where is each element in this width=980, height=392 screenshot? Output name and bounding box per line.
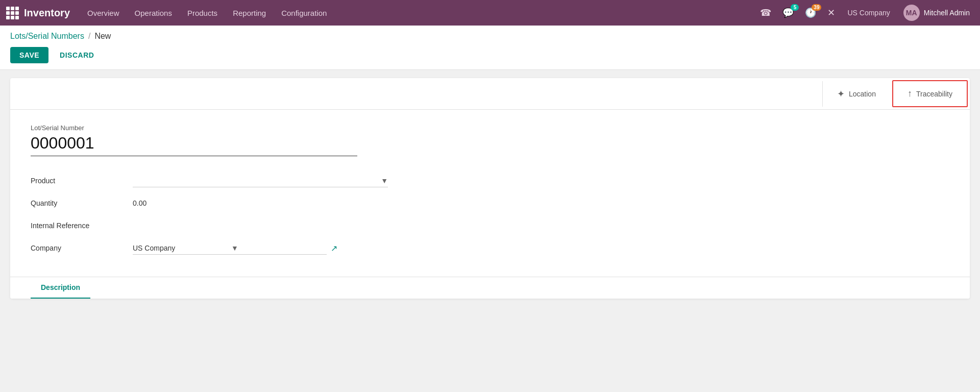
quantity-value[interactable]: 0.00 <box>133 197 146 209</box>
tab-description[interactable]: Description <box>31 277 90 299</box>
nav-operations[interactable]: Operations <box>128 6 179 20</box>
company-label: Company <box>31 244 133 252</box>
quantity-row: Quantity 0.00 <box>31 193 388 213</box>
main-content: ✦ Location ↑ Traceability Lot/Serial Num… <box>0 70 980 392</box>
traceability-label: Traceability <box>916 90 952 98</box>
chat-button[interactable]: 💬 5 <box>779 5 797 20</box>
tools-button[interactable]: ✕ <box>824 5 838 20</box>
company-external-link-icon[interactable]: ↗ <box>331 243 337 253</box>
discard-button[interactable]: DISCARD <box>53 47 101 63</box>
avatar: MA <box>903 5 920 21</box>
quantity-label: Quantity <box>31 199 133 207</box>
product-input[interactable] <box>133 177 378 185</box>
traceability-icon: ↑ <box>908 88 912 99</box>
company-row: Company US Company ▼ ↗ <box>31 238 388 258</box>
form-body: Lot/Serial Number 0000001 Product ▼ Quan… <box>10 110 970 277</box>
nav-products[interactable]: Products <box>180 6 225 20</box>
product-select[interactable]: ▼ <box>133 175 388 187</box>
product-dropdown-arrow: ▼ <box>381 177 388 185</box>
activity-button[interactable]: 🕐 39 <box>802 5 819 20</box>
topnav: Inventory Overview Operations Products R… <box>0 0 980 26</box>
location-button[interactable]: ✦ Location <box>822 81 890 107</box>
phone-icon: ☎ <box>760 7 771 18</box>
lot-serial-label: Lot/Serial Number <box>31 124 949 132</box>
app-logo[interactable]: Inventory <box>6 7 70 19</box>
product-row: Product ▼ <box>31 170 388 191</box>
breadcrumb-current: New <box>94 32 111 41</box>
internal-reference-label: Internal Reference <box>31 222 133 230</box>
company-field-group: US Company ▼ ↗ <box>133 242 388 255</box>
breadcrumb-separator: / <box>88 32 90 41</box>
grid-icon <box>6 7 19 19</box>
form-fields: Product ▼ Quantity 0.00 <box>31 170 388 260</box>
tools-icon: ✕ <box>827 7 835 18</box>
nav-overview[interactable]: Overview <box>80 6 127 20</box>
breadcrumb-parent[interactable]: Lots/Serial Numbers <box>10 32 84 41</box>
activity-badge: 39 <box>812 4 821 11</box>
company-value: US Company <box>133 244 228 252</box>
breadcrumb: Lots/Serial Numbers / New <box>0 26 980 43</box>
topnav-right: ☎ 💬 5 🕐 39 ✕ US Company MA Mitchell Admi… <box>757 3 974 23</box>
chat-badge: 5 <box>791 4 799 11</box>
company-dropdown-arrow: ▼ <box>231 244 327 252</box>
topnav-menu: Overview Operations Products Reporting C… <box>80 6 755 20</box>
save-button[interactable]: SAVE <box>10 47 48 63</box>
company-name-display: US Company <box>843 9 894 17</box>
nav-reporting[interactable]: Reporting <box>226 6 273 20</box>
location-icon: ✦ <box>837 88 845 100</box>
phone-button[interactable]: ☎ <box>757 5 774 20</box>
internal-reference-row: Internal Reference <box>31 215 388 236</box>
lot-serial-value[interactable]: 0000001 <box>31 134 357 156</box>
user-menu[interactable]: MA Mitchell Admin <box>899 3 974 23</box>
company-select[interactable]: US Company ▼ <box>133 242 327 255</box>
product-label: Product <box>31 177 133 185</box>
form-tabs: Description <box>10 277 970 299</box>
smart-buttons-row: ✦ Location ↑ Traceability <box>10 78 970 110</box>
user-name: Mitchell Admin <box>924 9 970 17</box>
app-title: Inventory <box>24 7 70 19</box>
action-bar: SAVE DISCARD <box>0 43 980 69</box>
traceability-button[interactable]: ↑ Traceability <box>892 80 968 107</box>
form-card: ✦ Location ↑ Traceability Lot/Serial Num… <box>10 78 970 299</box>
location-label: Location <box>849 90 876 98</box>
nav-configuration[interactable]: Configuration <box>274 6 334 20</box>
